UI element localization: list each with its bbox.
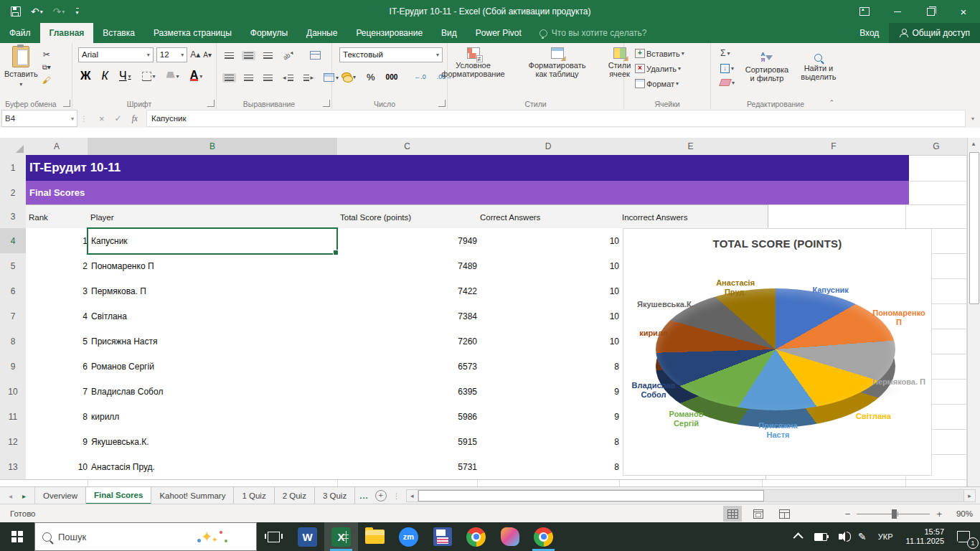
font-color-button[interactable]: А▾ bbox=[188, 70, 205, 83]
autosum-icon[interactable]: Σ▾ bbox=[718, 47, 737, 60]
tab-главная[interactable]: Главная bbox=[40, 23, 94, 43]
cell-rank[interactable]: 9 bbox=[26, 429, 92, 455]
taskbar-app-excel[interactable]: X bbox=[324, 522, 358, 551]
vertical-scroll-thumb[interactable] bbox=[969, 152, 979, 304]
minimize-icon[interactable] bbox=[881, 0, 914, 23]
customize-qat-icon[interactable]: ▾ bbox=[72, 2, 83, 21]
fill-icon[interactable]: ↓▾ bbox=[718, 62, 737, 75]
number-dialog-launcher-icon[interactable] bbox=[438, 100, 446, 107]
column-header-B[interactable]: B bbox=[88, 138, 338, 156]
format-painter-icon[interactable]: 🖌 bbox=[42, 75, 51, 85]
pen-icon[interactable]: ✎ bbox=[852, 522, 872, 551]
page-break-view-icon[interactable] bbox=[775, 506, 793, 522]
row-header-6[interactable]: 6 bbox=[0, 278, 27, 304]
font-size-combo[interactable]: 12▾ bbox=[156, 47, 187, 62]
increase-decimal-icon[interactable]: ←.0 bbox=[412, 72, 428, 82]
cell-rank[interactable]: 5 bbox=[26, 329, 92, 354]
align-right-icon[interactable] bbox=[261, 73, 275, 83]
number-format-combo[interactable]: Текстовый▾ bbox=[339, 47, 443, 62]
close-icon[interactable]: × bbox=[947, 0, 980, 23]
cell-player[interactable]: Присяжна Настя bbox=[88, 329, 341, 354]
zoom-level[interactable]: 90% bbox=[948, 509, 973, 518]
increase-font-icon[interactable]: A▴ bbox=[190, 50, 200, 60]
tab-формулы[interactable]: Формулы bbox=[241, 23, 297, 43]
column-header-A[interactable]: A bbox=[26, 138, 88, 156]
sheet-tab-overview[interactable]: Overview bbox=[35, 487, 86, 504]
comma-style-icon[interactable]: 000 bbox=[384, 72, 400, 83]
row-header-13[interactable]: 13 bbox=[0, 454, 27, 480]
zoom-out-icon[interactable]: − bbox=[845, 509, 851, 519]
insert-function-icon[interactable]: fx bbox=[132, 114, 138, 123]
cell-player[interactable]: Анастасія Пруд. bbox=[88, 454, 341, 480]
taskbar-app-copilot[interactable] bbox=[493, 522, 527, 551]
wrap-text-icon[interactable] bbox=[308, 50, 323, 61]
cell-total-score[interactable]: 7949 bbox=[337, 228, 481, 254]
row-header-1[interactable]: 1 bbox=[0, 155, 27, 182]
normal-view-icon[interactable] bbox=[723, 506, 742, 522]
cell-player[interactable]: Романов Сергій bbox=[88, 354, 341, 380]
font-name-combo[interactable]: Arial▾ bbox=[78, 47, 154, 62]
taskbar-search-input[interactable]: Пошук ✦✦ bbox=[34, 522, 257, 551]
cell-total-score[interactable]: 5986 bbox=[337, 404, 481, 430]
taskbar-app-diary[interactable] bbox=[425, 522, 459, 551]
page-layout-view-icon[interactable] bbox=[749, 506, 768, 522]
sheet-tab-1-quiz[interactable]: 1 Quiz bbox=[234, 487, 274, 504]
cell-total-score[interactable]: 5915 bbox=[337, 429, 481, 455]
row-header-9[interactable]: 9 bbox=[0, 354, 27, 380]
align-center-icon[interactable] bbox=[242, 73, 255, 83]
cell-rank[interactable]: 4 bbox=[26, 303, 92, 329]
cell-player[interactable]: Владислав Собол bbox=[88, 379, 341, 405]
row-header-2[interactable]: 2 bbox=[0, 181, 27, 205]
cell-rank[interactable]: 7 bbox=[26, 379, 92, 405]
add-sheet-button[interactable]: + bbox=[373, 487, 389, 504]
cell-total-score[interactable]: 7489 bbox=[337, 253, 481, 279]
zoom-in-icon[interactable]: + bbox=[936, 509, 942, 519]
tab-power-pivot[interactable]: Power Pivot bbox=[466, 23, 531, 43]
cell-rank[interactable]: 6 bbox=[26, 354, 92, 380]
cell-correct-answers[interactable]: 9 bbox=[477, 404, 623, 430]
borders-button[interactable]: ▾ bbox=[140, 70, 158, 83]
find-select-button[interactable]: Найти и выделить bbox=[797, 47, 840, 88]
row-header-12[interactable]: 12 bbox=[0, 429, 27, 455]
underline-button[interactable]: Ч▾ bbox=[117, 68, 133, 84]
tab-данные[interactable]: Данные bbox=[297, 23, 347, 43]
cell-total-score[interactable]: 7422 bbox=[337, 278, 481, 304]
cell-correct-answers[interactable]: 8 bbox=[477, 454, 623, 480]
taskbar-app-chrome[interactable] bbox=[459, 522, 493, 551]
zoom-slider-thumb[interactable] bbox=[892, 509, 897, 519]
sheet-tab-2-quiz[interactable]: 2 Quiz bbox=[275, 487, 315, 504]
sheet-tab-3-quiz[interactable]: 3 Quiz bbox=[315, 487, 355, 504]
cell-total-score[interactable]: 5731 bbox=[337, 454, 481, 480]
format-cells-button[interactable]: Формат ▾ bbox=[633, 77, 710, 90]
insert-cells-button[interactable]: + Вставить ▾ bbox=[633, 47, 710, 60]
conditional-formatting-button[interactable]: Условное форматирование bbox=[434, 47, 513, 78]
column-header-C[interactable]: C bbox=[337, 138, 478, 156]
sign-in-button[interactable]: Вход bbox=[849, 23, 889, 43]
tab-вид[interactable]: Вид bbox=[432, 23, 466, 43]
action-center-icon[interactable]: 1 bbox=[951, 522, 980, 551]
taskbar-app-task-view[interactable] bbox=[257, 522, 291, 551]
copy-icon[interactable]: ⧉▾ bbox=[42, 63, 51, 72]
row-header-3[interactable]: 3 bbox=[0, 204, 27, 229]
name-box[interactable]: B4▾ bbox=[1, 110, 77, 127]
cell-correct-answers[interactable]: 10 bbox=[477, 228, 623, 254]
column-header-F[interactable]: F bbox=[762, 138, 906, 156]
row-header-11[interactable]: 11 bbox=[0, 404, 27, 430]
sheet-tab-kahoot-summary[interactable]: Kahoot! Summary bbox=[151, 487, 234, 504]
prev-sheet-icon[interactable]: ◂ bbox=[9, 492, 12, 500]
sheetbar-menu-icon[interactable]: ⋮ bbox=[389, 487, 405, 504]
fill-handle[interactable] bbox=[333, 250, 339, 255]
cell-correct-answers[interactable]: 8 bbox=[477, 354, 623, 380]
taskbar-app-file-explorer[interactable] bbox=[358, 522, 392, 551]
clipboard-dialog-launcher-icon[interactable] bbox=[63, 100, 70, 107]
cell-player[interactable]: Пономаренко П bbox=[88, 253, 341, 279]
tray-chevron-icon[interactable] bbox=[790, 522, 809, 551]
cell-correct-answers[interactable]: 10 bbox=[477, 303, 623, 329]
cell-rank[interactable]: 1 bbox=[26, 228, 92, 254]
tab-вставка[interactable]: Вставка bbox=[93, 23, 144, 43]
cell-total-score[interactable]: 6573 bbox=[337, 354, 481, 380]
scroll-left-icon[interactable]: ◂ bbox=[407, 490, 418, 501]
tab-разметка-страницы[interactable]: Разметка страницы bbox=[144, 23, 241, 43]
pie-chart[interactable]: TOTAL SCORE (POINTS) КапусникПономаренко… bbox=[623, 228, 932, 476]
ribbon-display-options-icon[interactable] bbox=[848, 0, 881, 23]
